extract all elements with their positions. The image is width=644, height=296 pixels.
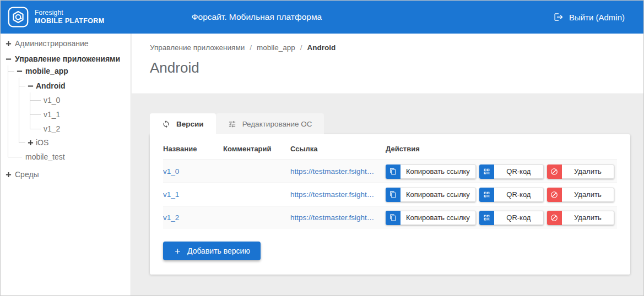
delete-label: Удалить [562, 188, 614, 202]
collapse-minus-icon[interactable] [27, 83, 34, 89]
tune-icon [228, 120, 236, 128]
collapse-minus-icon[interactable] [5, 56, 12, 62]
column-header-link: Ссылка [290, 145, 386, 153]
add-version-button[interactable]: Добавить версию [163, 242, 261, 260]
main-content: Управление приложениями / mobile_app / A… [132, 34, 644, 296]
delete-label: Удалить [562, 211, 614, 225]
version-name-link[interactable]: v1_2 [163, 213, 223, 222]
breadcrumb-current: Android [307, 43, 336, 52]
breadcrumb-mobile-app[interactable]: mobile_app [257, 43, 295, 52]
version-url-link[interactable]: https://testmaster.fsight… [290, 213, 386, 222]
tree-connector-line [19, 86, 25, 86]
page-title: Android [150, 59, 644, 76]
sidebar-item-mobile-app[interactable]: mobile_app [25, 64, 68, 78]
expand-plus-icon[interactable] [27, 139, 34, 146]
block-icon [547, 188, 562, 202]
copy-link-button[interactable]: Копировать ссылку [386, 188, 476, 202]
tree-connector-line [30, 92, 30, 129]
version-url-link[interactable]: https://testmaster.fsight… [290, 167, 386, 176]
copy-icon [386, 211, 401, 225]
tree-connector-line [30, 114, 41, 115]
qr-code-icon [479, 211, 494, 225]
logout-icon [554, 12, 564, 22]
qr-code-label: QR-код [494, 165, 544, 179]
tab-os-editing[interactable]: Редактирование ОС [216, 113, 324, 134]
versions-table: Название Комментарий Ссылка Действия v1_… [163, 138, 617, 229]
column-header-name: Название [163, 145, 223, 153]
breadcrumb-separator: / [250, 43, 252, 52]
navigation-tree: Администрирование Управление приложениям… [1, 34, 131, 296]
qr-code-icon [479, 188, 494, 202]
copy-link-label: Копировать ссылку [401, 211, 476, 225]
content-area: Версии Редактирование ОС Название [132, 94, 644, 275]
table-row: v1_0 https://testmaster.fsight… Копирова… [163, 160, 617, 183]
delete-button[interactable]: Удалить [547, 211, 614, 225]
logout-label: Выйти (Admin) [569, 13, 625, 22]
sidebar-item-ios[interactable]: iOS [36, 135, 48, 150]
qr-code-label: QR-код [494, 188, 544, 202]
top-bar: Foresight MOBILE PLATFORM Форсайт. Мобил… [1, 1, 643, 34]
column-header-actions: Действия [386, 145, 617, 153]
sidebar-item-administration[interactable]: Администрирование [15, 36, 89, 51]
expand-plus-icon[interactable] [5, 40, 12, 47]
sidebar-item-v1-0[interactable]: v1_0 [44, 93, 60, 107]
row-actions: Копировать ссылку QR-код [386, 188, 617, 202]
tree-connector-line [8, 157, 22, 157]
block-icon [547, 211, 562, 225]
brand-name: Foresight [35, 9, 105, 17]
breadcrumb-separator: / [300, 43, 302, 52]
foresight-hexagon-logo-icon [8, 7, 29, 28]
copy-icon [386, 165, 401, 179]
tree-connector-line [30, 100, 41, 101]
tree-connector-line [19, 142, 25, 143]
qr-code-button[interactable]: QR-код [479, 211, 544, 225]
plus-icon [174, 247, 182, 255]
table-row: v1_1 https://testmaster.fsight… Копирова… [163, 183, 617, 206]
qr-code-button[interactable]: QR-код [479, 188, 544, 202]
copy-link-button[interactable]: Копировать ссылку [386, 211, 476, 225]
tab-versions[interactable]: Версии [150, 113, 216, 134]
version-url-link[interactable]: https://testmaster.fsight… [290, 190, 386, 199]
tree-connector-line [30, 129, 41, 129]
version-name-link[interactable]: v1_0 [163, 167, 223, 176]
add-version-label: Добавить версию [187, 246, 250, 255]
row-actions: Копировать ссылку QR-код [386, 211, 617, 225]
logout-button[interactable]: Выйти (Admin) [554, 12, 625, 22]
delete-button[interactable]: Удалить [547, 165, 614, 179]
sidebar-item-environments[interactable]: Среды [15, 167, 39, 182]
tree-connector-line [8, 71, 14, 72]
copy-link-label: Копировать ссылку [401, 165, 476, 179]
page-header: Управление приложениями / mobile_app / A… [132, 34, 644, 94]
breadcrumb-app-management[interactable]: Управление приложениями [150, 43, 245, 52]
breadcrumb: Управление приложениями / mobile_app / A… [150, 43, 644, 52]
tab-versions-label: Версии [176, 120, 204, 128]
sidebar: Администрирование Управление приложениям… [1, 34, 131, 296]
sidebar-item-v1-2[interactable]: v1_2 [44, 122, 60, 136]
app-title: Форсайт. Мобильная платформа [192, 12, 322, 22]
expand-plus-icon[interactable] [5, 171, 12, 178]
block-icon [547, 165, 562, 179]
delete-button[interactable]: Удалить [547, 188, 614, 202]
qr-code-button[interactable]: QR-код [479, 165, 544, 179]
delete-label: Удалить [562, 165, 614, 179]
copy-link-label: Копировать ссылку [401, 188, 476, 202]
sidebar-item-mobile-test[interactable]: mobile_test [25, 150, 65, 164]
tab-bar: Версии Редактирование ОС [150, 113, 644, 134]
qr-code-icon [479, 165, 494, 179]
refresh-icon [162, 120, 170, 128]
copy-link-button[interactable]: Копировать ссылку [386, 165, 476, 179]
brand-logo: Foresight MOBILE PLATFORM [1, 7, 105, 28]
sidebar-item-android[interactable]: Android [36, 79, 66, 93]
app-window: Foresight MOBILE PLATFORM Форсайт. Мобил… [0, 0, 644, 296]
copy-icon [386, 188, 401, 202]
tree-connector-line [19, 78, 19, 142]
brand-product: MOBILE PLATFORM [35, 17, 105, 26]
sidebar-item-v1-1[interactable]: v1_1 [44, 107, 60, 122]
version-name-link[interactable]: v1_1 [163, 190, 223, 199]
table-row: v1_2 https://testmaster.fsight… Копирова… [163, 206, 617, 229]
qr-code-label: QR-код [494, 211, 544, 225]
collapse-minus-icon[interactable] [16, 68, 23, 74]
tree-connector-line [8, 65, 8, 157]
column-header-comment: Комментарий [223, 145, 290, 153]
table-header-row: Название Комментарий Ссылка Действия [163, 138, 617, 160]
